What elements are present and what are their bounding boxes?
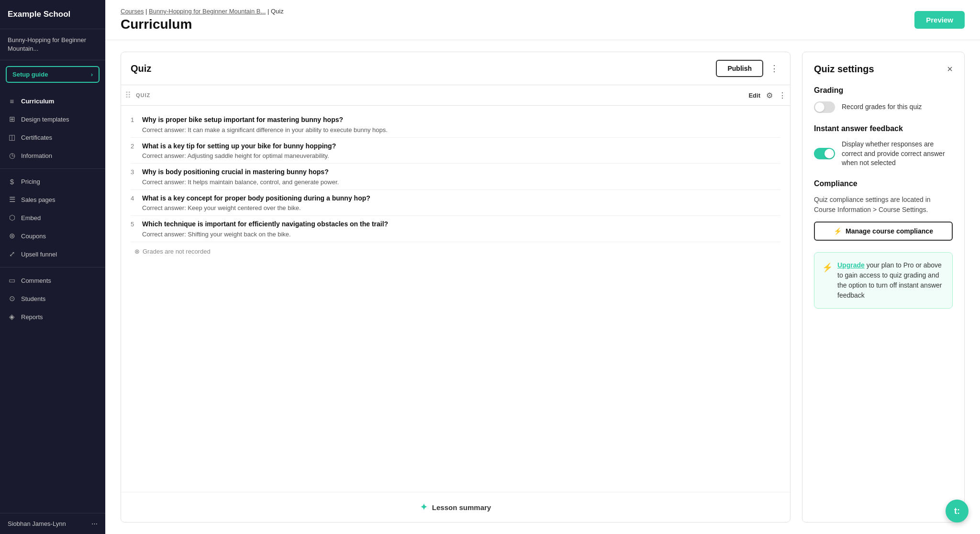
reports-icon: ◈ <box>8 312 16 321</box>
sidebar-item-curriculum[interactable]: ≡ Curriculum <box>0 92 105 110</box>
question-number: 2 <box>131 142 138 150</box>
breadcrumb-current: Quiz <box>271 8 284 15</box>
quiz-question-row: 3 Why is body positioning crucial in mas… <box>131 164 780 190</box>
drag-handle-icon[interactable]: ⠿ <box>125 90 131 100</box>
question-number: 4 <box>131 194 138 202</box>
publish-button[interactable]: Publish <box>716 60 763 77</box>
instant-feedback-toggle-row: Display whether responses are correct an… <box>814 140 953 168</box>
fab-button[interactable]: t: <box>946 500 969 523</box>
main-content: Courses | Bunny-Hopping for Beginner Mou… <box>105 0 980 534</box>
settings-header: Quiz settings × <box>814 64 953 75</box>
question-text: Which technique is important for efficie… <box>142 220 780 229</box>
content-area: Quiz Publish ⋮ ⠿ QUIZ Edit ⚙ ⋮ 1 Why <box>105 40 980 534</box>
upgrade-box: ⚡ Upgrade your plan to Pro or above to g… <box>814 252 953 309</box>
quiz-question-row: 2 What is a key tip for setting up your … <box>131 138 780 164</box>
question-text: What is a key concept for proper body po… <box>142 194 780 203</box>
breadcrumb-courses[interactable]: Courses <box>121 8 144 15</box>
question-text: Why is body positioning crucial in maste… <box>142 167 780 177</box>
edit-link[interactable]: Edit <box>748 92 760 99</box>
sidebar-item-certificates[interactable]: ◫ Certificates <box>0 128 105 146</box>
user-name: Siobhan James-Lynn <box>8 520 66 527</box>
sidebar-item-upsell-funnel[interactable]: ⤢ Upsell funnel <box>0 245 105 263</box>
question-content: Which technique is important for efficie… <box>142 220 780 238</box>
question-number: 5 <box>131 220 138 228</box>
correct-answer: Correct answer: It helps maintain balanc… <box>142 178 780 186</box>
chevron-right-icon: › <box>91 71 93 78</box>
toggle-knob <box>815 102 824 112</box>
question-text: What is a key tip for setting up your bi… <box>142 142 780 151</box>
toggle-knob-2 <box>824 149 834 158</box>
section-more-icon[interactable]: ⋮ <box>779 91 786 100</box>
top-bar: Courses | Bunny-Hopping for Beginner Mou… <box>105 0 980 40</box>
preview-button[interactable]: Preview <box>914 11 965 29</box>
settings-panel: Quiz settings × Grading Record grades fo… <box>802 52 965 523</box>
grading-title: Grading <box>814 86 953 95</box>
correct-answer: Correct answer: It can make a significan… <box>142 126 780 134</box>
sidebar-item-embed[interactable]: ⬡ Embed <box>0 209 105 227</box>
quiz-section-header: ⠿ QUIZ Edit ⚙ ⋮ <box>121 85 790 106</box>
upgrade-text: Upgrade your plan to Pro or above to gai… <box>837 260 945 300</box>
certificate-icon: ◫ <box>8 133 16 142</box>
sidebar-footer: Siobhan James-Lynn ⋯ <box>0 513 105 534</box>
setup-guide-button[interactable]: Setup guide › <box>6 66 100 83</box>
quiz-section-actions: Edit ⚙ ⋮ <box>748 91 786 100</box>
quiz-question-row: 1 Why is proper bike setup important for… <box>131 111 780 138</box>
correct-answer: Correct answer: Shifting your weight bac… <box>142 231 780 238</box>
page-title: Curriculum <box>121 17 284 32</box>
embed-icon: ⬡ <box>8 213 16 222</box>
palette-icon: ⊞ <box>8 115 16 123</box>
grading-toggle[interactable] <box>814 101 835 113</box>
compliance-title: Compliance <box>814 179 953 188</box>
students-icon: ⊙ <box>8 294 16 303</box>
question-number: 1 <box>131 115 138 123</box>
sidebar-item-pricing[interactable]: $ Pricing <box>0 173 105 190</box>
fab-label: t: <box>954 506 960 516</box>
quiz-panel: Quiz Publish ⋮ ⠿ QUIZ Edit ⚙ ⋮ 1 Why <box>121 52 791 523</box>
sidebar-item-coupons[interactable]: ⊛ Coupons <box>0 227 105 245</box>
quiz-body: 1 Why is proper bike setup important for… <box>121 106 790 492</box>
comment-icon: ▭ <box>8 276 16 285</box>
settings-title: Quiz settings <box>814 64 874 75</box>
page-icon: ☰ <box>8 195 16 204</box>
gear-icon[interactable]: ⚙ <box>766 91 773 100</box>
course-title: Bunny-Hopping for Beginner Mountain... <box>0 29 105 60</box>
upgrade-bolt-icon: ⚡ <box>822 261 833 300</box>
sidebar-item-design-templates[interactable]: ⊞ Design templates <box>0 110 105 128</box>
question-content: What is a key tip for setting up your bi… <box>142 142 780 160</box>
quiz-header: Quiz Publish ⋮ <box>121 52 790 85</box>
instant-feedback-section: Instant answer feedback Display whether … <box>814 124 953 168</box>
quiz-more-button[interactable]: ⋮ <box>768 61 780 76</box>
question-text: Why is proper bike setup important for m… <box>142 115 780 125</box>
upgrade-link[interactable]: Upgrade <box>837 261 865 269</box>
correct-answer: Correct answer: Keep your weight centere… <box>142 204 780 211</box>
breadcrumb-course[interactable]: Bunny-Hopping for Beginner Mountain B... <box>149 8 266 15</box>
question-number: 3 <box>131 167 138 176</box>
compliance-section: Compliance Quiz compliance settings are … <box>814 179 953 241</box>
quiz-question-row: 4 What is a key concept for proper body … <box>131 190 780 216</box>
instant-feedback-label: Display whether responses are correct an… <box>842 140 953 168</box>
grades-notice: ⊗Grades are not recorded <box>131 242 780 257</box>
sidebar-item-reports[interactable]: ◈ Reports <box>0 308 105 326</box>
coupon-icon: ⊛ <box>8 232 16 240</box>
document-icon: ≡ <box>8 97 16 105</box>
question-content: Why is body positioning crucial in maste… <box>142 167 780 186</box>
quiz-header-actions: Publish ⋮ <box>716 60 780 77</box>
sidebar-item-students[interactable]: ⊙ Students <box>0 289 105 308</box>
bolt-icon: ⚡ <box>834 227 842 235</box>
sidebar-item-comments[interactable]: ▭ Comments <box>0 271 105 289</box>
question-content: What is a key concept for proper body po… <box>142 194 780 212</box>
grading-toggle-row: Record grades for this quiz <box>814 101 953 113</box>
sidebar-item-sales-pages[interactable]: ☰ Sales pages <box>0 190 105 209</box>
user-menu-dots[interactable]: ⋯ <box>91 520 98 527</box>
instant-feedback-toggle[interactable] <box>814 148 835 159</box>
sidebar: Example School Bunny-Hopping for Beginne… <box>0 0 105 534</box>
close-button[interactable]: × <box>947 64 953 75</box>
sparkle-icon: ✦ <box>420 502 427 512</box>
sidebar-item-information[interactable]: ◷ Information <box>0 146 105 165</box>
lesson-summary[interactable]: ✦ Lesson summary <box>121 492 790 522</box>
quiz-title: Quiz <box>131 63 151 74</box>
grading-toggle-label: Record grades for this quiz <box>842 102 922 112</box>
grading-section: Grading Record grades for this quiz <box>814 86 953 113</box>
quiz-question-row: 5 Which technique is important for effic… <box>131 216 780 242</box>
manage-compliance-button[interactable]: ⚡ Manage course compliance <box>814 222 953 241</box>
